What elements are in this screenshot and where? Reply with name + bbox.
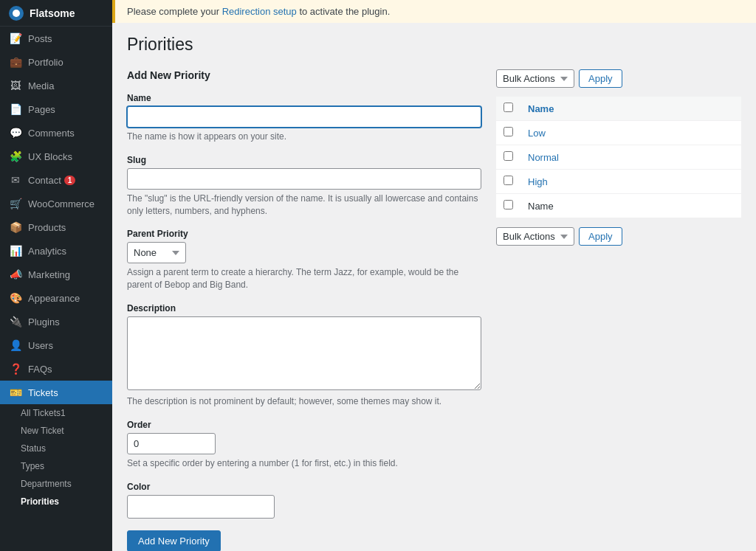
analytics-icon: 📊 <box>9 244 22 257</box>
color-label: Color <box>127 482 481 492</box>
footer-checkbox[interactable] <box>504 200 513 209</box>
portfolio-icon: 💼 <box>9 55 22 69</box>
sidebar-sub-departments[interactable]: Departments <box>0 475 112 493</box>
sidebar-item-products[interactable]: 📦 Products <box>0 215 112 239</box>
users-icon: 👤 <box>9 339 22 352</box>
slug-label: Slug <box>127 155 481 165</box>
priority-link-low[interactable]: Low <box>528 128 546 139</box>
parent-hint: Assign a parent term to create a hierarc… <box>127 266 481 291</box>
sidebar-item-analytics[interactable]: 📊 Analytics <box>0 239 112 263</box>
color-group: Color <box>127 482 481 519</box>
contact-badge: 1 <box>64 176 76 185</box>
media-icon: 🖼 <box>9 79 22 92</box>
description-label: Description <box>127 303 481 313</box>
parent-label: Parent Priority <box>127 229 481 239</box>
sidebar-label-media: Media <box>28 80 54 91</box>
td-checkbox-low <box>496 121 520 145</box>
sidebar-item-pages[interactable]: 📄 Pages <box>0 97 112 121</box>
sidebar-sub-priorities[interactable]: Priorities <box>0 493 112 510</box>
sidebar-label-woocommerce: WooCommerce <box>28 198 94 209</box>
bulk-actions-select-bottom[interactable]: Bulk Actions <box>496 227 574 246</box>
all-tickets-label: All Tickets <box>21 408 61 418</box>
th-name: Name <box>520 97 741 121</box>
footer-name-label: Name <box>528 201 554 212</box>
name-label: Name <box>127 93 481 103</box>
logo-text: Flatsome <box>30 7 75 19</box>
row-checkbox-normal[interactable] <box>504 151 513 161</box>
sidebar-item-plugins[interactable]: 🔌 Plugins <box>0 310 112 333</box>
td-name-normal: Normal <box>520 145 741 170</box>
sidebar-item-tickets[interactable]: 🎫 Tickets <box>0 381 112 404</box>
table-row: Normal <box>496 145 741 170</box>
sidebar-label-tickets: Tickets <box>28 387 58 398</box>
select-all-checkbox[interactable] <box>504 103 513 112</box>
new-ticket-label: New Ticket <box>21 426 64 436</box>
appearance-icon: 🎨 <box>9 291 22 305</box>
name-input[interactable] <box>127 106 481 128</box>
slug-input[interactable] <box>127 168 481 190</box>
priority-link-high[interactable]: High <box>528 176 548 187</box>
parent-group: Parent Priority None Assign a parent ter… <box>127 229 481 291</box>
priorities-label: Priorities <box>21 496 59 507</box>
color-input[interactable] <box>127 495 275 519</box>
bulk-actions-select-top[interactable]: Bulk Actions <box>496 69 574 88</box>
order-input[interactable] <box>127 433 216 454</box>
sidebar-item-portfolio[interactable]: 💼 Portfolio <box>0 50 112 74</box>
sidebar-label-appearance: Appearance <box>28 293 80 304</box>
table-row: Low <box>496 121 741 145</box>
parent-select[interactable]: None <box>127 242 186 263</box>
priority-link-normal[interactable]: Normal <box>528 152 559 163</box>
faqs-icon: ❓ <box>9 362 22 375</box>
td-checkbox-high <box>496 170 520 194</box>
tf-checkbox <box>496 194 520 218</box>
name-hint: The name is how it appears on your site. <box>127 131 481 143</box>
posts-icon: 📝 <box>9 32 22 45</box>
apply-button-bottom[interactable]: Apply <box>579 227 622 246</box>
description-textarea[interactable] <box>127 316 481 390</box>
description-group: Description The description is not promi… <box>127 303 481 408</box>
two-column-layout: Add New Priority Name The name is how it… <box>127 69 741 551</box>
bulk-actions-bar-top: Bulk Actions Apply <box>496 69 741 88</box>
sidebar-item-users[interactable]: 👤 Users <box>0 333 112 357</box>
content-area: Priorities Add New Priority Name The nam… <box>112 23 756 551</box>
order-group: Order Set a specific order by entering a… <box>127 420 481 470</box>
svg-point-0 <box>13 10 20 17</box>
sidebar-item-appearance[interactable]: 🎨 Appearance <box>0 286 112 310</box>
add-new-priority-button[interactable]: Add New Priority <box>127 530 221 551</box>
table-row: High <box>496 170 741 194</box>
apply-button-top[interactable]: Apply <box>579 69 622 88</box>
sidebar-item-ux-blocks[interactable]: 🧩 UX Blocks <box>0 145 112 168</box>
sidebar-item-comments[interactable]: 💬 Comments <box>0 121 112 145</box>
sidebar-label-plugins: Plugins <box>28 316 60 328</box>
sidebar-sub-all-tickets[interactable]: All Tickets 1 <box>0 404 112 422</box>
sidebar-item-marketing[interactable]: 📣 Marketing <box>0 263 112 286</box>
all-tickets-badge: 1 <box>61 408 66 418</box>
contact-icon: ✉ <box>9 173 22 187</box>
products-icon: 📦 <box>9 221 22 234</box>
row-checkbox-high[interactable] <box>504 176 513 185</box>
sidebar-item-contact[interactable]: ✉ Contact 1 <box>0 168 112 192</box>
table-column: Bulk Actions Apply Name <box>496 69 741 551</box>
status-label: Status <box>21 443 46 454</box>
name-column-header[interactable]: Name <box>528 103 554 114</box>
sidebar-item-faqs[interactable]: ❓ FAQs <box>0 357 112 381</box>
notice-text: Please complete your <box>127 6 222 17</box>
sidebar-item-media[interactable]: 🖼 Media <box>0 74 112 97</box>
sidebar-sub-new-ticket[interactable]: New Ticket <box>0 422 112 440</box>
sidebar-logo[interactable]: Flatsome <box>0 0 112 27</box>
page-title: Priorities <box>127 35 741 55</box>
departments-label: Departments <box>21 479 72 489</box>
sidebar-label-contact: Contact <box>28 175 61 186</box>
marketing-icon: 📣 <box>9 268 22 281</box>
sidebar-sub-types[interactable]: Types <box>0 457 112 475</box>
logo-icon <box>9 6 24 21</box>
row-checkbox-low[interactable] <box>504 127 513 136</box>
sidebar-item-posts[interactable]: 📝 Posts <box>0 27 112 50</box>
notice-link[interactable]: Redirection setup <box>222 6 297 17</box>
sidebar-label-products: Products <box>28 222 66 233</box>
sidebar-sub-status[interactable]: Status <box>0 440 112 457</box>
sidebar-item-woocommerce[interactable]: 🛒 WooCommerce <box>0 192 112 215</box>
types-label: Types <box>21 461 44 471</box>
slug-group: Slug The "slug" is the URL-friendly vers… <box>127 155 481 218</box>
sidebar-label-users: Users <box>28 340 53 351</box>
